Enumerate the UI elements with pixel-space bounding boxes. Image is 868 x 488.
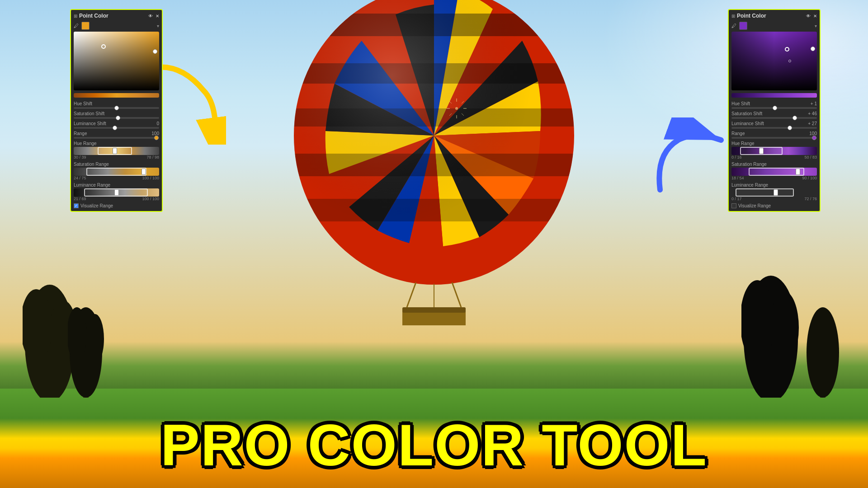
panel-left-hue-range-min: 30 / 39	[74, 155, 86, 160]
panel-right-sat-shift-thumb[interactable]	[793, 116, 797, 120]
panel-right-lum-range-label: Luminance Range	[731, 183, 817, 188]
panel-right-hue-range-sublabels: 0 / 16 50 / 83	[731, 155, 817, 160]
panel-left-visualize-checkbox[interactable]: ✓	[74, 203, 79, 208]
panel-right-swatch-row: 🖊 ▾	[731, 22, 817, 30]
panel-right-controls: 👁 ✕	[806, 14, 817, 19]
panel-right-hue-shift-value: + 1	[811, 101, 817, 106]
panel-left-hue-range-track[interactable]	[74, 147, 159, 155]
panel-right-sat-range-thumb[interactable]	[796, 169, 800, 175]
panel-right-range-thumb[interactable]	[812, 136, 816, 140]
panel-right-color-swatch[interactable]	[739, 22, 747, 30]
panel-left-visualize-label: Visualize Range	[80, 203, 113, 208]
svg-point-6	[68, 307, 87, 361]
panel-right-visualize-row: Visualize Range	[731, 203, 817, 208]
panel-left-sat-range: Saturation Range 24 / 75 100 / 100	[74, 162, 159, 180]
panel-left-sat-range-track[interactable]	[74, 168, 159, 176]
panel-right-title: Point Color	[737, 13, 766, 19]
panel-left-hue-dot[interactable]	[153, 49, 157, 54]
panel-right-sat-shift-value: + 46	[808, 111, 817, 116]
panel-left-color-swatch[interactable]	[81, 22, 90, 30]
panel-left-picker-dot[interactable]	[101, 44, 106, 49]
panel-left-sat-range-sublabels: 24 / 75 100 / 100	[74, 176, 159, 180]
panel-left-color-picker[interactable]	[74, 32, 159, 90]
panel-left-hue-shift-track[interactable]	[74, 107, 159, 109]
panel-left-lum-range-thumb[interactable]	[114, 189, 119, 196]
panel-left-header-left: ⊞ Point Color	[74, 13, 108, 19]
panel-left-sat-shift: Saturation Shift	[74, 111, 159, 119]
panel-right-hue-range-min: 0 / 16	[731, 155, 742, 160]
panel-left-hue-range-thumb[interactable]	[113, 148, 117, 154]
panel-right-visualize-checkbox[interactable]	[731, 203, 736, 208]
panel-left-sat-shift-label-row: Saturation Shift	[74, 111, 159, 116]
panel-left-dropdown-icon[interactable]: ▾	[157, 23, 159, 28]
panel-left-range-thumb[interactable]	[154, 136, 159, 140]
panel-left-hue-range-sublabels: 30 / 39 78 / 98	[74, 155, 159, 160]
panel-left-lum-shift-label: Luminance Shift	[74, 121, 106, 126]
panel-left-lum-range-max: 100 / 100	[142, 197, 159, 201]
panel-right-close-icon[interactable]: ✕	[813, 14, 817, 19]
panel-left-dropper-icon[interactable]: 🖊	[74, 23, 79, 28]
panel-left-controls: 👁 ✕	[148, 14, 159, 19]
panel-right-hue-bar[interactable]	[731, 93, 817, 98]
panel-left-lum-range-sublabels: 21 / 69 100 / 100	[74, 197, 159, 201]
panel-right-range-track[interactable]	[731, 137, 817, 139]
panel-right-icon: ⊞	[731, 14, 735, 19]
panel-left-sat-range-max: 100 / 100	[142, 176, 159, 180]
panel-right-dropdown-icon[interactable]: ▾	[815, 23, 817, 28]
tree-left2	[68, 285, 104, 398]
panel-left-hue-slider-vertical	[151, 32, 156, 90]
panel-right-lum-shift-value: + 27	[808, 121, 817, 126]
panel-left-range-label-row: Range 100	[74, 131, 159, 136]
panel-left-eye-icon[interactable]: 👁	[148, 14, 153, 19]
panel-right-lum-shift-thumb[interactable]	[788, 126, 792, 130]
panel-right-dropper-icon[interactable]: 🖊	[731, 23, 736, 28]
panel-right-range-label: Range	[731, 131, 745, 136]
panel-right-lum-range-min: 0 / 17	[731, 197, 742, 201]
panel-left-sat-range-thumb[interactable]	[142, 169, 146, 175]
panel-left-sat-shift-track[interactable]	[74, 117, 159, 119]
panel-right-hue-range-track[interactable]	[731, 147, 817, 155]
svg-point-10	[741, 280, 774, 361]
panel-right-eye-icon[interactable]: 👁	[806, 14, 811, 19]
panel-right-hue-range-thumb[interactable]	[759, 148, 764, 154]
panel-right-hue-shift-track[interactable]	[731, 107, 817, 109]
panel-right-picker-dot[interactable]	[785, 47, 789, 52]
panel-left-lum-range: Luminance Range 21 / 69 100 / 100	[74, 183, 159, 201]
panel-left-hue-shift-thumb[interactable]	[114, 106, 119, 110]
panel-right-hue-shift-label: Hue Shift	[731, 101, 750, 106]
panel-left-lum-range-track[interactable]	[74, 188, 159, 197]
panel-left-hue-range: Hue Range 30 / 39 78 / 98	[74, 141, 159, 160]
panel-right-hue-dot[interactable]	[811, 47, 815, 51]
panel-right-sat-range-track[interactable]	[731, 168, 817, 176]
panel-right-lum-shift-track[interactable]	[731, 127, 817, 129]
panel-right-sat-shift: Saturation Shift + 46	[731, 111, 817, 119]
panel-left-lum-shift-value: 0	[156, 121, 159, 126]
panel-left-sat-range-label: Saturation Range	[74, 162, 159, 167]
panel-left-lum-range-label: Luminance Range	[74, 183, 159, 188]
panel-left-hue-bar[interactable]	[74, 93, 159, 98]
panel-right-hue-shift-thumb[interactable]	[773, 106, 777, 110]
svg-point-7	[86, 314, 104, 364]
panel-left: ⊞ Point Color 👁 ✕ 🖊 ▾ Hue Shift	[70, 9, 163, 212]
panel-left-sat-shift-thumb[interactable]	[116, 116, 120, 120]
panel-right-lum-range-track[interactable]	[731, 188, 817, 197]
panel-left-close-icon[interactable]: ✕	[156, 14, 159, 19]
panel-right-sat-range-sublabels: 18 / 54 90 / 100	[731, 176, 817, 180]
svg-line-32	[452, 282, 461, 307]
panel-left-lum-shift: Luminance Shift 0	[74, 121, 159, 129]
panel-left-range-track[interactable]	[74, 137, 159, 139]
panel-right-sat-range-min: 18 / 54	[731, 176, 744, 180]
panel-right-color-picker[interactable]	[731, 32, 817, 90]
panel-right-lum-range-sublabels: 0 / 17 72 / 76	[731, 197, 817, 201]
panel-left-lum-shift-thumb[interactable]	[113, 126, 117, 130]
panel-right-sat-shift-track[interactable]	[731, 117, 817, 119]
panel-left-lum-range-min: 21 / 69	[74, 197, 86, 201]
panel-left-lum-shift-track[interactable]	[74, 127, 159, 129]
panel-right-hue-range-label: Hue Range	[731, 141, 817, 146]
balloon	[280, 0, 588, 325]
panel-right-lum-range-thumb[interactable]	[774, 189, 778, 196]
panel-right-lum-shift: Luminance Shift + 27	[731, 121, 817, 129]
panel-right-hue-shift: Hue Shift + 1	[731, 101, 817, 109]
panel-right-header: ⊞ Point Color 👁 ✕	[731, 13, 817, 19]
panel-right-divider	[750, 25, 812, 26]
